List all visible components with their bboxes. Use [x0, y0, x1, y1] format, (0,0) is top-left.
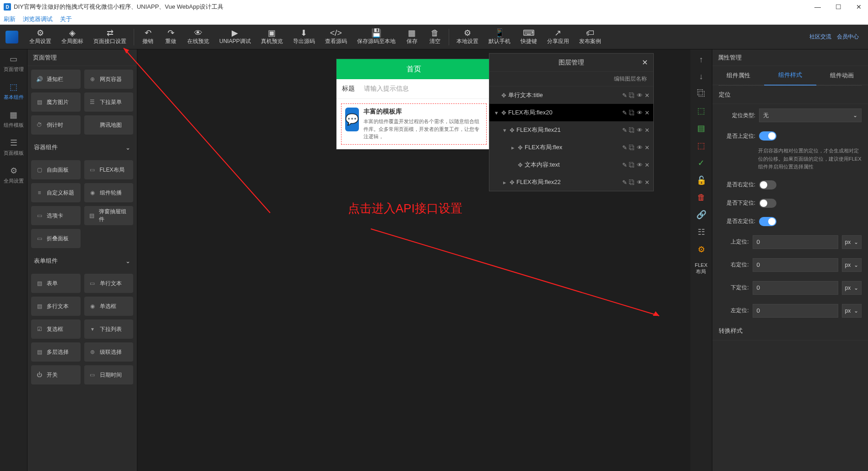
comp-dropdown-menu[interactable]: ☰下拉菜单: [84, 92, 134, 112]
phone-input-row[interactable]: 标题 请输入提示信息: [336, 79, 491, 99]
caret-icon[interactable]: ▸: [501, 179, 508, 186]
link-member-center[interactable]: 会员中心: [837, 33, 859, 41]
tool-save-local[interactable]: 💾保存源码至本地: [353, 27, 400, 47]
comp-radio[interactable]: ◉单选框: [84, 297, 134, 316]
rail-global-settings[interactable]: ⚙全局设置: [0, 161, 27, 189]
copy-icon[interactable]: ⿻: [629, 92, 635, 99]
visibility-icon[interactable]: 👁: [637, 127, 643, 134]
position-type-select[interactable]: 无⌄: [759, 108, 862, 122]
unit-left[interactable]: px⌄: [842, 304, 862, 318]
tool-view-code[interactable]: </>查看源码: [320, 27, 352, 47]
visibility-icon[interactable]: 👁: [637, 92, 643, 99]
delete-icon[interactable]: ✕: [645, 179, 650, 186]
comp-dropdown-list[interactable]: ▾下拉列表: [84, 319, 134, 339]
comp-cascade-select[interactable]: ⊚级联选择: [84, 342, 134, 362]
unit-top[interactable]: px⌄: [842, 235, 862, 249]
delete-icon[interactable]: ✕: [645, 109, 650, 116]
layer-row[interactable]: ▾✥FLEX布局:flex20✎⿻👁✕: [489, 104, 653, 121]
comp-multi-select[interactable]: ▤多层选择: [31, 342, 81, 362]
comp-collapse-panel[interactable]: ▭折叠面板: [31, 229, 81, 248]
input-right-value[interactable]: [753, 258, 838, 272]
unit-bottom[interactable]: px⌄: [842, 281, 862, 295]
close-button[interactable]: ✕: [853, 2, 864, 11]
arrow-down-icon[interactable]: ↓: [699, 72, 703, 81]
flex-layout-label[interactable]: FLEX布局: [695, 262, 708, 275]
edit-icon[interactable]: ✎: [622, 179, 627, 186]
tool-local-settings[interactable]: ⚙本地设置: [452, 27, 483, 47]
layer-row[interactable]: ✥单行文本:title✎⿻👁✕: [489, 87, 653, 104]
move-icon[interactable]: ✥: [518, 144, 523, 151]
selected-card[interactable]: 💬 丰富的模板库 丰富的组件覆盖开发过程的各个需求，以随意组合组件库。众多常用页…: [341, 103, 487, 145]
visibility-icon[interactable]: 👁: [637, 144, 643, 151]
rail-page-template[interactable]: ☰页面模板: [0, 133, 27, 161]
caret-icon[interactable]: ▾: [501, 127, 508, 134]
layer-row[interactable]: ▾✥FLEX布局:flex21✎⿻👁✕: [489, 121, 653, 139]
lock-icon[interactable]: 🔓: [696, 175, 706, 185]
move-icon[interactable]: ✥: [501, 92, 506, 99]
edit-icon[interactable]: ✎: [622, 109, 627, 116]
tool-global-settings[interactable]: ⚙全局设置: [25, 27, 56, 47]
tab-component-style[interactable]: 组件样式: [764, 65, 816, 86]
group-form[interactable]: 表单组件⌄: [27, 252, 137, 270]
caret-icon[interactable]: ▸: [510, 144, 516, 151]
copy-icon[interactable]: ⿻: [697, 89, 705, 98]
copy-icon[interactable]: ⿻: [629, 127, 635, 134]
visibility-icon[interactable]: 👁: [637, 179, 643, 186]
visibility-icon[interactable]: 👁: [637, 162, 643, 168]
tool-share[interactable]: ↗分享应用: [542, 27, 574, 47]
delete-icon[interactable]: ✕: [645, 144, 650, 151]
comp-datetime[interactable]: ▭日期时间: [84, 365, 134, 384]
tab-component-animation[interactable]: 组件动画: [816, 66, 868, 85]
comp-form[interactable]: ▤表单: [31, 274, 81, 293]
comp-carousel[interactable]: ◉组件轮播: [84, 183, 134, 202]
layer-close-button[interactable]: ✕: [642, 58, 648, 67]
tool-uniapp-debug[interactable]: ▶UNIAPP调试: [215, 27, 255, 47]
comp-single-line-text[interactable]: ▭单行文本: [84, 274, 134, 293]
menu-about[interactable]: 关于: [60, 15, 72, 23]
comp-flex-layout[interactable]: ▭FLEX布局: [84, 160, 134, 179]
gear-orange-icon[interactable]: ⚙: [698, 244, 705, 254]
tool-device-preview[interactable]: ▣真机预览: [256, 27, 288, 47]
arrow-up-icon[interactable]: ↑: [699, 55, 703, 65]
layer-row[interactable]: ✥文本内容:text✎⿻👁✕: [489, 156, 653, 173]
phone-preview[interactable]: 首页 标题 请输入提示信息 💬 丰富的模板库 丰富的组件覆盖开发过程的各个需求，…: [336, 59, 492, 150]
toggle-top-enable[interactable]: [759, 131, 776, 141]
tool-redo[interactable]: ↷重做: [160, 27, 182, 47]
edit-icon[interactable]: ✎: [622, 162, 627, 168]
input-bottom-value[interactable]: [753, 281, 838, 295]
comp-countdown[interactable]: ⏱倒计时: [31, 115, 81, 135]
comp-checkbox[interactable]: ☑复选框: [31, 319, 81, 339]
tool-default-phone[interactable]: 📱默认手机: [484, 27, 515, 47]
comp-magic-image[interactable]: ▤魔方图片: [31, 92, 81, 112]
maximize-button[interactable]: ☐: [833, 2, 844, 11]
layer-row[interactable]: ▸✥FLEX布局:flex22✎⿻👁✕: [489, 173, 653, 191]
group-container[interactable]: 容器组件⌄: [27, 138, 137, 157]
link-icon[interactable]: 🔗: [696, 210, 706, 220]
note-icon[interactable]: ▤: [697, 123, 705, 133]
move-icon[interactable]: ✥: [501, 109, 506, 116]
toggle-bottom-enable[interactable]: [759, 199, 776, 208]
rail-page-manage[interactable]: ▭页面管理: [0, 49, 27, 77]
edit-icon[interactable]: ✎: [622, 92, 627, 99]
tool-publish[interactable]: 🏷发布案例: [575, 27, 606, 47]
comp-web-container[interactable]: ⊕网页容器: [84, 70, 134, 89]
copy-icon[interactable]: ⿻: [629, 144, 635, 151]
copy-icon[interactable]: ⿻: [629, 109, 635, 116]
tab-component-props[interactable]: 组件属性: [712, 66, 764, 85]
menu-refresh[interactable]: 刷新: [4, 15, 16, 23]
tool-page-api-settings[interactable]: ⇄页面接口设置: [89, 27, 131, 47]
tool-export-code[interactable]: ⬇导出源码: [288, 27, 320, 47]
layers-icon[interactable]: ☷: [698, 227, 705, 237]
move-icon[interactable]: ✥: [510, 127, 515, 134]
tool-save[interactable]: ▦保存: [401, 27, 423, 47]
move-icon[interactable]: ✥: [518, 162, 523, 168]
caret-icon[interactable]: ▾: [493, 109, 499, 116]
toggle-left-enable[interactable]: [759, 217, 776, 226]
comp-tabs[interactable]: ▭选项卡: [31, 206, 81, 225]
edit-icon[interactable]: ✎: [622, 127, 627, 134]
comp-tencent-map[interactable]: 腾讯地图: [84, 115, 134, 135]
edit-icon[interactable]: ✎: [622, 144, 627, 151]
comp-custom-title[interactable]: ≡自定义标题: [31, 183, 81, 202]
tool-shortcuts[interactable]: ⌨快捷键: [516, 27, 542, 47]
visibility-icon[interactable]: 👁: [637, 109, 643, 116]
